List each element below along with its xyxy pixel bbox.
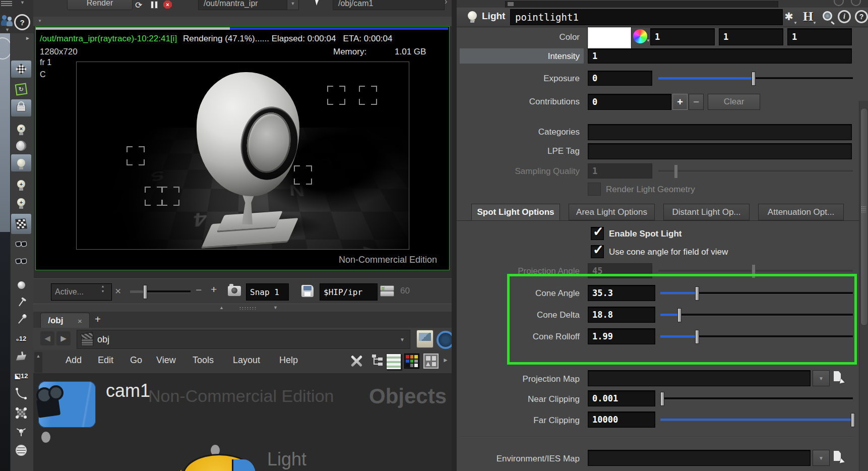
environment-map-label[interactable]: Environment/IES Map [457,454,580,464]
gear-dropdown-icon[interactable]: ▼ [793,21,797,25]
menu-tools[interactable]: Tools [193,355,214,366]
info-icon[interactable]: i [838,10,851,23]
contributions-add-button[interactable]: + [672,94,688,110]
rop-path-dropdown[interactable]: /out/mantra_ipr [198,0,293,10]
pause-icon[interactable] [151,1,158,8]
splitter-up-icon[interactable]: ▲ [219,305,224,310]
stop-render-icon[interactable]: × [163,1,172,9]
shelf-tool-checker-select[interactable] [11,404,31,422]
menu-view[interactable]: View [156,355,176,366]
characters-shelf-icon[interactable] [1,14,13,27]
shelf-tool-stamp[interactable] [11,349,31,366]
color-palette-icon[interactable] [404,354,419,369]
shelf-tool-points-12[interactable]: ₀12 [11,330,31,347]
forward-icon[interactable]: ▶ [56,331,71,345]
help-icon[interactable]: ? [14,14,30,30]
houdini-dropdown-icon[interactable]: ▼ [813,21,817,25]
render-viewport[interactable]: /out/mantra_ipr(raytrace)-10:22:41[i] Re… [35,26,450,270]
pane-divider[interactable] [452,0,457,471]
menu-add[interactable]: Add [66,355,82,366]
shelf-tool-shaded-play[interactable] [11,252,31,269]
splitter-down-icon[interactable]: ▼ [273,305,278,310]
shelf-tool-shaded-view[interactable] [11,235,31,252]
back-icon[interactable]: ◀ [40,331,54,345]
cone-rolloff-field[interactable]: 1.99 [588,328,655,344]
network-path-field[interactable]: obj ▼ [77,330,410,349]
shelf-tool-pin[interactable] [11,312,31,329]
use-cone-angle-label[interactable]: Use cone angle for field of view [609,247,728,257]
panel-scrollbar[interactable] [859,101,868,471]
contributions-label[interactable]: Contributions [457,97,580,107]
near-clipping-label[interactable]: Near Clipping [457,394,580,404]
node-cam1[interactable] [38,381,96,428]
cone-delta-slider[interactable] [660,308,853,321]
node-name-field[interactable]: pointlight1 [510,9,783,25]
tab-obj[interactable]: /obj × [40,313,90,328]
near-clipping-field[interactable]: 0.001 [588,390,655,406]
color-r-field[interactable]: 1 [650,28,715,45]
use-cone-angle-checkbox[interactable]: ✓ [591,245,604,258]
cone-angle-label[interactable]: Cone Angle [457,288,580,299]
menu-go[interactable]: Go [130,355,142,366]
shelf-tool-list[interactable] [11,442,31,459]
cone-angle-slider[interactable] [660,286,853,300]
render-button[interactable]: Render [67,0,133,10]
far-clipping-label[interactable]: Far Clipping [457,416,580,426]
shelf-tool-curve[interactable] [11,385,31,402]
sequence-stack-icon[interactable]: » [380,285,393,297]
new-tab-icon[interactable]: + [95,314,101,325]
network-snapshot-icon[interactable] [416,330,433,348]
enable-spot-light-checkbox[interactable]: ✓ [591,227,604,240]
cam1-output-connector[interactable] [41,432,50,443]
intensity-field[interactable]: 1 [588,48,852,64]
categories-field[interactable] [588,124,852,140]
network-canvas[interactable]: Non-Commercial Edition Objects cam1 Ligh… [33,373,452,471]
pick-cursor-icon[interactable] [316,0,323,6]
tab-close-icon[interactable]: × [78,317,82,325]
rop-dropdown-arrow[interactable]: ▼ [287,0,299,10]
menu-layout[interactable]: Layout [233,355,260,366]
refresh-icon[interactable]: ⟳ [135,0,142,11]
search-icon[interactable] [821,9,836,24]
shelf-tool-ground-plane[interactable] [11,61,31,78]
footer-slider[interactable] [130,285,191,298]
projection-map-label[interactable]: Projection Map [457,374,580,384]
light-type-dropdown-icon[interactable]: ▼ [472,19,476,23]
projection-map-dropdown[interactable]: ▼ [813,370,830,386]
render-light-geometry-checkbox[interactable] [588,183,601,196]
snapshot-field[interactable]: Snap 1 [246,283,289,301]
projection-map-field[interactable] [588,370,811,386]
far-clipping-field[interactable]: 10000 [588,411,655,428]
shelf-tool-area-light[interactable]: + [11,194,31,211]
menu-scroll-up-icon[interactable]: ▲ [34,352,42,373]
help-icon[interactable]: ? [855,10,868,23]
hamburger-menu-icon[interactable] [1,1,12,6]
cone-rolloff-label[interactable]: Cone Rolloff [457,332,580,342]
splitter-grip[interactable] [239,307,257,310]
shelf-tool-point-light[interactable] [11,154,31,171]
far-clipping-slider[interactable] [660,413,853,426]
chevron-down-icon[interactable]: ▼ [5,27,10,32]
tab-attenuation-options[interactable]: Attenuation Opt... [758,204,844,220]
collapse-triangle-icon[interactable]: ▼ [38,19,42,23]
clear-button[interactable]: × [115,285,121,297]
network-layout-icon[interactable] [423,354,439,369]
menu-help[interactable]: Help [279,355,298,366]
tab-area-light-options[interactable]: Area Light Options [569,204,655,220]
camera-path-field[interactable]: /obj/cam1 [333,0,445,10]
contributions-clear-button[interactable]: Clear [708,94,760,110]
hip-path-field[interactable]: $HIP/ipr [320,283,378,301]
shelf-tool-null[interactable] [11,423,31,440]
near-clipping-slider[interactable] [660,392,853,405]
render-light-geometry-label[interactable]: Render Light Geometry [606,185,695,195]
path-dropdown-icon[interactable]: ▼ [400,337,405,342]
tree-view-icon[interactable] [372,355,383,369]
tools-wrench-icon[interactable] [349,354,364,369]
environment-map-field[interactable] [588,450,811,466]
list-view-icon[interactable] [386,354,401,370]
projection-map-file-icon[interactable] [834,371,845,384]
color-swatch[interactable] [588,27,631,48]
panel-expand-icon[interactable]: ► [25,35,30,41]
scrollbar-thumb[interactable] [860,108,868,326]
exposure-label[interactable]: Exposure [457,74,580,84]
